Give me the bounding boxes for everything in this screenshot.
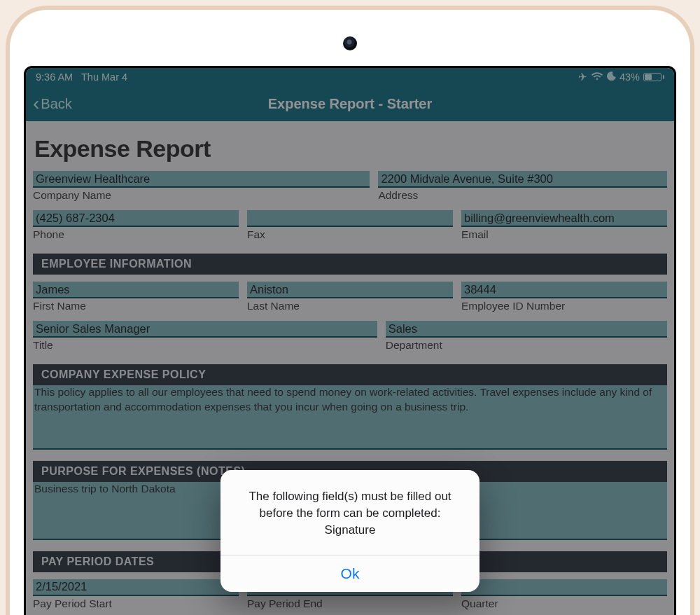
first-name-label: First Name bbox=[33, 300, 239, 312]
phone-label: Phone bbox=[33, 228, 239, 241]
airplane-icon: ✈︎ bbox=[578, 71, 587, 83]
battery-icon bbox=[643, 73, 664, 81]
fax-label: Fax bbox=[247, 228, 453, 241]
email-input[interactable]: billing@greenviewhealth.com bbox=[461, 210, 667, 227]
last-name-input[interactable]: Aniston bbox=[247, 282, 453, 298]
alert-line-2: before the form can be completed: bbox=[236, 505, 464, 522]
employee-id-label: Employee ID Number bbox=[461, 300, 667, 312]
section-employee-info: EMPLOYEE INFORMATION bbox=[33, 254, 667, 275]
alert-line-1: The following field(s) must be filled ou… bbox=[236, 488, 464, 505]
back-label: Back bbox=[41, 96, 71, 112]
nav-bar: ‹ Back Expense Report - Starter bbox=[26, 86, 674, 121]
pay-period-start-input[interactable]: 2/15/2021 bbox=[33, 579, 239, 596]
quarter-label: Quarter bbox=[461, 597, 667, 610]
policy-text-block[interactable]: This policy applies to all our employees… bbox=[33, 385, 667, 450]
section-expense-policy: COMPANY EXPENSE POLICY bbox=[33, 364, 667, 385]
ipad-frame: 9:36 AM Thu Mar 4 ✈︎ 43% bbox=[6, 6, 694, 615]
chevron-left-icon: ‹ bbox=[33, 94, 39, 113]
back-button[interactable]: ‹ Back bbox=[33, 94, 72, 113]
page-title: Expense Report bbox=[34, 135, 667, 163]
title-label: Title bbox=[33, 339, 377, 352]
nav-title: Expense Report - Starter bbox=[26, 96, 674, 112]
status-date: Thu Mar 4 bbox=[81, 71, 127, 83]
pay-period-start-label: Pay Period Start bbox=[33, 597, 239, 610]
device-bezel: 9:36 AM Thu Mar 4 ✈︎ 43% bbox=[24, 66, 676, 615]
email-label: Email bbox=[461, 228, 667, 241]
screen: 9:36 AM Thu Mar 4 ✈︎ 43% bbox=[26, 68, 674, 615]
address-label: Address bbox=[378, 189, 667, 202]
address-input[interactable]: 2200 Midvale Avenue, Suite #300 bbox=[378, 171, 667, 188]
company-name-label: Company Name bbox=[33, 189, 370, 202]
department-input[interactable]: Sales bbox=[386, 321, 667, 338]
alert-line-3: Signature bbox=[236, 522, 464, 539]
validation-alert: The following field(s) must be filled ou… bbox=[220, 470, 479, 592]
status-bar: 9:36 AM Thu Mar 4 ✈︎ 43% bbox=[26, 68, 674, 86]
camera-dot bbox=[343, 36, 357, 50]
alert-ok-button[interactable]: Ok bbox=[220, 555, 479, 592]
status-left: 9:36 AM Thu Mar 4 bbox=[36, 71, 133, 83]
last-name-label: Last Name bbox=[247, 300, 453, 312]
status-right: ✈︎ 43% bbox=[578, 71, 664, 83]
employee-id-input[interactable]: 38444 bbox=[461, 282, 667, 298]
department-label: Department bbox=[386, 339, 667, 352]
first-name-input[interactable]: James bbox=[33, 282, 239, 298]
company-name-input[interactable]: Greenview Healthcare bbox=[33, 171, 370, 188]
wifi-icon bbox=[591, 71, 603, 83]
phone-input[interactable]: (425) 687-2304 bbox=[33, 210, 239, 227]
fax-input[interactable] bbox=[247, 210, 453, 227]
moon-icon bbox=[607, 71, 616, 83]
title-input[interactable]: Senior Sales Manager bbox=[33, 321, 377, 338]
status-time: 9:36 AM bbox=[36, 71, 73, 83]
alert-message: The following field(s) must be filled ou… bbox=[220, 470, 479, 555]
quarter-input[interactable] bbox=[461, 579, 667, 596]
battery-percent: 43% bbox=[620, 71, 640, 83]
pay-period-end-label: Pay Period End bbox=[247, 597, 453, 610]
